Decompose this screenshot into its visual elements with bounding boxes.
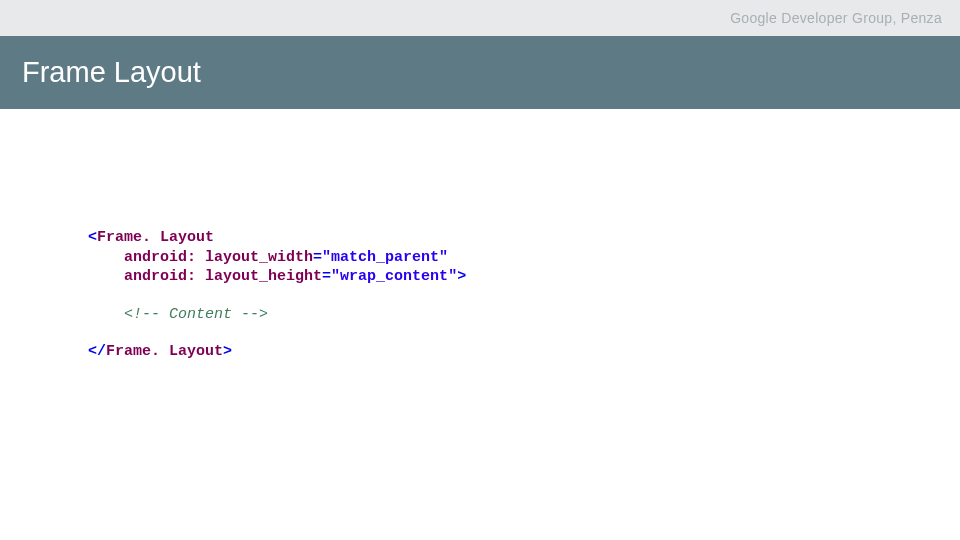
attr-height-name: android: layout_height	[124, 268, 322, 285]
code-block: <Frame. Layout android: layout_width="ma…	[88, 228, 466, 362]
header-bar: Google Developer Group, Penza	[0, 0, 960, 36]
attr-width-val: match_parent	[331, 249, 439, 266]
angle-close-open: </	[88, 343, 106, 360]
angle-open: <	[88, 229, 97, 246]
slide-title: Frame Layout	[22, 56, 201, 89]
attr-width-name: android: layout_width	[124, 249, 313, 266]
code-line-comment: <!-- Content -->	[88, 305, 466, 325]
code-line-1: <Frame. Layout	[88, 228, 466, 248]
header-org-text: Google Developer Group, Penza	[730, 10, 942, 26]
tag-name-close: Frame. Layout	[106, 343, 223, 360]
title-band: Frame Layout	[0, 36, 960, 109]
code-line-3: android: layout_height="wrap_content">	[88, 267, 466, 287]
code-line-2: android: layout_width="match_parent"	[88, 248, 466, 268]
xml-comment: <!-- Content -->	[124, 306, 268, 323]
tag-name-open: Frame. Layout	[97, 229, 214, 246]
attr-height-val: wrap_content	[340, 268, 448, 285]
code-line-close: </Frame. Layout>	[88, 342, 466, 362]
